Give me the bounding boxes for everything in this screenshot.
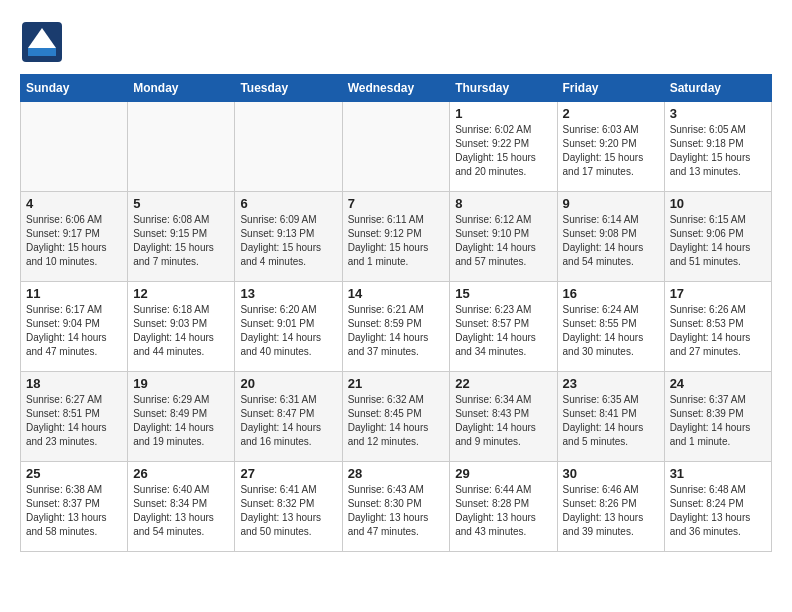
day-number: 11 — [26, 286, 122, 301]
day-info: Sunrise: 6:41 AM Sunset: 8:32 PM Dayligh… — [240, 483, 336, 539]
day-info: Sunrise: 6:35 AM Sunset: 8:41 PM Dayligh… — [563, 393, 659, 449]
calendar-cell — [342, 102, 450, 192]
day-number: 25 — [26, 466, 122, 481]
day-info: Sunrise: 6:23 AM Sunset: 8:57 PM Dayligh… — [455, 303, 551, 359]
day-info: Sunrise: 6:34 AM Sunset: 8:43 PM Dayligh… — [455, 393, 551, 449]
day-info: Sunrise: 6:27 AM Sunset: 8:51 PM Dayligh… — [26, 393, 122, 449]
day-number: 24 — [670, 376, 766, 391]
day-info: Sunrise: 6:48 AM Sunset: 8:24 PM Dayligh… — [670, 483, 766, 539]
day-number: 26 — [133, 466, 229, 481]
calendar-cell: 29Sunrise: 6:44 AM Sunset: 8:28 PM Dayli… — [450, 462, 557, 552]
calendar-cell: 12Sunrise: 6:18 AM Sunset: 9:03 PM Dayli… — [128, 282, 235, 372]
day-number: 3 — [670, 106, 766, 121]
calendar-cell: 9Sunrise: 6:14 AM Sunset: 9:08 PM Daylig… — [557, 192, 664, 282]
svg-rect-2 — [28, 48, 56, 56]
day-info: Sunrise: 6:17 AM Sunset: 9:04 PM Dayligh… — [26, 303, 122, 359]
page-header — [20, 20, 772, 64]
day-number: 18 — [26, 376, 122, 391]
calendar-header-row: SundayMondayTuesdayWednesdayThursdayFrid… — [21, 75, 772, 102]
day-info: Sunrise: 6:08 AM Sunset: 9:15 PM Dayligh… — [133, 213, 229, 269]
day-info: Sunrise: 6:14 AM Sunset: 9:08 PM Dayligh… — [563, 213, 659, 269]
day-info: Sunrise: 6:32 AM Sunset: 8:45 PM Dayligh… — [348, 393, 445, 449]
calendar-week-row: 25Sunrise: 6:38 AM Sunset: 8:37 PM Dayli… — [21, 462, 772, 552]
day-number: 27 — [240, 466, 336, 481]
day-info: Sunrise: 6:09 AM Sunset: 9:13 PM Dayligh… — [240, 213, 336, 269]
logo — [20, 20, 68, 64]
day-number: 21 — [348, 376, 445, 391]
calendar-cell: 18Sunrise: 6:27 AM Sunset: 8:51 PM Dayli… — [21, 372, 128, 462]
day-number: 19 — [133, 376, 229, 391]
day-info: Sunrise: 6:44 AM Sunset: 8:28 PM Dayligh… — [455, 483, 551, 539]
day-number: 20 — [240, 376, 336, 391]
day-info: Sunrise: 6:31 AM Sunset: 8:47 PM Dayligh… — [240, 393, 336, 449]
day-number: 23 — [563, 376, 659, 391]
logo-icon — [20, 20, 64, 64]
calendar-cell: 25Sunrise: 6:38 AM Sunset: 8:37 PM Dayli… — [21, 462, 128, 552]
day-number: 14 — [348, 286, 445, 301]
calendar-cell: 23Sunrise: 6:35 AM Sunset: 8:41 PM Dayli… — [557, 372, 664, 462]
day-number: 17 — [670, 286, 766, 301]
weekday-header: Saturday — [664, 75, 771, 102]
day-number: 8 — [455, 196, 551, 211]
calendar-cell: 27Sunrise: 6:41 AM Sunset: 8:32 PM Dayli… — [235, 462, 342, 552]
calendar-cell: 5Sunrise: 6:08 AM Sunset: 9:15 PM Daylig… — [128, 192, 235, 282]
day-number: 12 — [133, 286, 229, 301]
calendar-cell: 10Sunrise: 6:15 AM Sunset: 9:06 PM Dayli… — [664, 192, 771, 282]
day-info: Sunrise: 6:20 AM Sunset: 9:01 PM Dayligh… — [240, 303, 336, 359]
calendar-cell: 30Sunrise: 6:46 AM Sunset: 8:26 PM Dayli… — [557, 462, 664, 552]
calendar-cell: 1Sunrise: 6:02 AM Sunset: 9:22 PM Daylig… — [450, 102, 557, 192]
day-number: 1 — [455, 106, 551, 121]
weekday-header: Monday — [128, 75, 235, 102]
day-info: Sunrise: 6:43 AM Sunset: 8:30 PM Dayligh… — [348, 483, 445, 539]
calendar-week-row: 18Sunrise: 6:27 AM Sunset: 8:51 PM Dayli… — [21, 372, 772, 462]
calendar-cell: 19Sunrise: 6:29 AM Sunset: 8:49 PM Dayli… — [128, 372, 235, 462]
day-info: Sunrise: 6:06 AM Sunset: 9:17 PM Dayligh… — [26, 213, 122, 269]
calendar-cell — [235, 102, 342, 192]
day-info: Sunrise: 6:26 AM Sunset: 8:53 PM Dayligh… — [670, 303, 766, 359]
calendar-cell: 22Sunrise: 6:34 AM Sunset: 8:43 PM Dayli… — [450, 372, 557, 462]
day-number: 7 — [348, 196, 445, 211]
weekday-header: Tuesday — [235, 75, 342, 102]
day-info: Sunrise: 6:03 AM Sunset: 9:20 PM Dayligh… — [563, 123, 659, 179]
day-info: Sunrise: 6:11 AM Sunset: 9:12 PM Dayligh… — [348, 213, 445, 269]
day-number: 16 — [563, 286, 659, 301]
calendar-cell: 2Sunrise: 6:03 AM Sunset: 9:20 PM Daylig… — [557, 102, 664, 192]
day-number: 5 — [133, 196, 229, 211]
weekday-header: Thursday — [450, 75, 557, 102]
day-info: Sunrise: 6:02 AM Sunset: 9:22 PM Dayligh… — [455, 123, 551, 179]
day-number: 4 — [26, 196, 122, 211]
calendar-cell: 17Sunrise: 6:26 AM Sunset: 8:53 PM Dayli… — [664, 282, 771, 372]
day-number: 2 — [563, 106, 659, 121]
calendar-cell: 6Sunrise: 6:09 AM Sunset: 9:13 PM Daylig… — [235, 192, 342, 282]
day-info: Sunrise: 6:21 AM Sunset: 8:59 PM Dayligh… — [348, 303, 445, 359]
day-info: Sunrise: 6:18 AM Sunset: 9:03 PM Dayligh… — [133, 303, 229, 359]
day-number: 31 — [670, 466, 766, 481]
calendar-cell — [21, 102, 128, 192]
day-number: 29 — [455, 466, 551, 481]
calendar-cell: 15Sunrise: 6:23 AM Sunset: 8:57 PM Dayli… — [450, 282, 557, 372]
day-info: Sunrise: 6:24 AM Sunset: 8:55 PM Dayligh… — [563, 303, 659, 359]
calendar-cell: 14Sunrise: 6:21 AM Sunset: 8:59 PM Dayli… — [342, 282, 450, 372]
calendar-cell: 26Sunrise: 6:40 AM Sunset: 8:34 PM Dayli… — [128, 462, 235, 552]
calendar-cell: 31Sunrise: 6:48 AM Sunset: 8:24 PM Dayli… — [664, 462, 771, 552]
day-number: 13 — [240, 286, 336, 301]
calendar-cell: 8Sunrise: 6:12 AM Sunset: 9:10 PM Daylig… — [450, 192, 557, 282]
calendar-cell: 3Sunrise: 6:05 AM Sunset: 9:18 PM Daylig… — [664, 102, 771, 192]
day-number: 10 — [670, 196, 766, 211]
day-number: 22 — [455, 376, 551, 391]
day-info: Sunrise: 6:37 AM Sunset: 8:39 PM Dayligh… — [670, 393, 766, 449]
day-number: 28 — [348, 466, 445, 481]
calendar-cell: 11Sunrise: 6:17 AM Sunset: 9:04 PM Dayli… — [21, 282, 128, 372]
day-number: 15 — [455, 286, 551, 301]
weekday-header: Wednesday — [342, 75, 450, 102]
calendar-cell: 7Sunrise: 6:11 AM Sunset: 9:12 PM Daylig… — [342, 192, 450, 282]
day-number: 9 — [563, 196, 659, 211]
calendar-cell: 21Sunrise: 6:32 AM Sunset: 8:45 PM Dayli… — [342, 372, 450, 462]
weekday-header: Sunday — [21, 75, 128, 102]
day-info: Sunrise: 6:12 AM Sunset: 9:10 PM Dayligh… — [455, 213, 551, 269]
calendar-cell: 16Sunrise: 6:24 AM Sunset: 8:55 PM Dayli… — [557, 282, 664, 372]
calendar-week-row: 11Sunrise: 6:17 AM Sunset: 9:04 PM Dayli… — [21, 282, 772, 372]
calendar-cell: 28Sunrise: 6:43 AM Sunset: 8:30 PM Dayli… — [342, 462, 450, 552]
day-info: Sunrise: 6:15 AM Sunset: 9:06 PM Dayligh… — [670, 213, 766, 269]
weekday-header: Friday — [557, 75, 664, 102]
